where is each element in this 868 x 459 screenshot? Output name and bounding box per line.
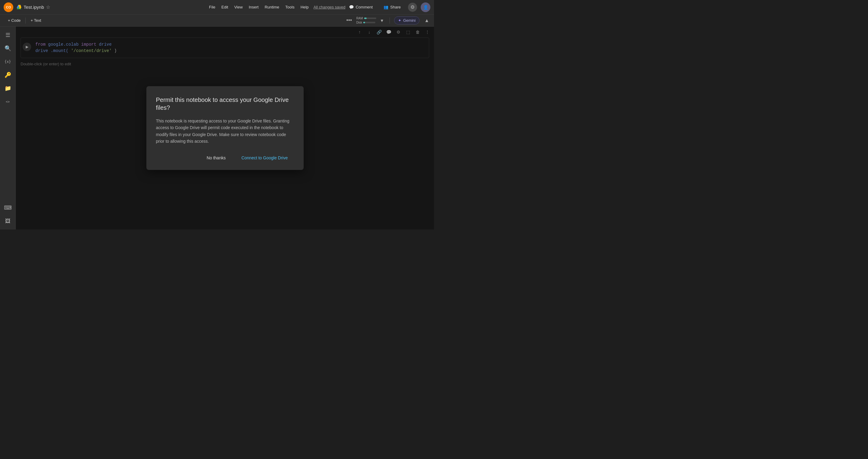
menu-bar: File Edit View Insert Runtime Tools Help…: [207, 4, 345, 10]
no-thanks-button[interactable]: No thanks: [200, 153, 232, 163]
sidebar-item-variables[interactable]: {x}: [2, 56, 14, 68]
all-changes-saved: All changes saved: [313, 5, 345, 9]
main-layout: ☰ 🔍 {x} 🔑 📁 <> ⌨ 🖼 ↑ ↓ 🔗: [0, 27, 434, 230]
menu-file[interactable]: File: [207, 4, 218, 10]
resource-usage: ••• RAM Disk ▼ ✦ Gemini ▲: [344, 16, 429, 25]
toolbar-separator: [25, 18, 26, 24]
vertical-divider: [390, 18, 390, 24]
filename: Test.ipynb: [24, 4, 44, 10]
code-icon: <>: [6, 100, 10, 104]
user-avatar[interactable]: 👤: [421, 2, 430, 12]
search-icon: 🔍: [4, 45, 11, 52]
menu-insert[interactable]: Insert: [246, 4, 261, 10]
add-code-button[interactable]: + Code: [5, 17, 24, 24]
menu-tools[interactable]: Tools: [283, 4, 297, 10]
share-button[interactable]: 👥 Share: [380, 3, 404, 11]
disk-bar-fill: [363, 22, 365, 23]
settings-button[interactable]: ⚙: [408, 3, 417, 12]
modal-title: Permit this notebook to access your Goog…: [156, 96, 294, 112]
menu-edit[interactable]: Edit: [219, 4, 230, 10]
comment-icon: 💬: [349, 5, 354, 9]
menu-runtime[interactable]: Runtime: [262, 4, 282, 10]
key-icon: 🔑: [4, 72, 11, 78]
collapse-panel-icon[interactable]: ▲: [424, 18, 429, 23]
plus-text-label: + Text: [31, 18, 41, 23]
disk-label: Disk: [356, 21, 362, 24]
sidebar-item-toc[interactable]: ☰: [2, 29, 14, 41]
colab-logo: CO: [4, 2, 13, 12]
sidebar-item-search[interactable]: 🔍: [2, 42, 14, 55]
gemini-sparkle-icon: ✦: [398, 18, 401, 23]
menu-view[interactable]: View: [232, 4, 245, 10]
toc-icon: ☰: [5, 32, 10, 38]
gemini-button[interactable]: ✦ Gemini: [394, 16, 420, 25]
modal-actions: No thanks Connect to Google Drive: [156, 153, 294, 163]
avatar-icon: 👤: [423, 5, 428, 10]
ram-bar: [364, 18, 376, 19]
sidebar-item-secrets[interactable]: 🔑: [2, 69, 14, 81]
comment-label: Comment: [356, 5, 373, 9]
output-icon: 🖼: [5, 218, 10, 224]
notebook-content: ↑ ↓ 🔗 💬 ⚙ ⬚ 🗑 ⋮ ▶: [16, 27, 434, 230]
variables-icon: {x}: [4, 60, 11, 64]
gemini-label: Gemini: [403, 18, 415, 23]
menu-help[interactable]: Help: [298, 4, 311, 10]
share-label: Share: [390, 5, 401, 9]
modal-body: This notebook is requesting access to yo…: [156, 118, 294, 145]
comment-button[interactable]: 💬 Comment: [345, 3, 376, 11]
more-options-icon[interactable]: •••: [344, 17, 354, 24]
ram-indicator: RAM Disk: [356, 17, 376, 24]
sidebar-item-output[interactable]: 🖼: [2, 215, 14, 227]
permission-modal: Permit this notebook to access your Goog…: [146, 86, 304, 170]
folder-icon: 📁: [4, 85, 11, 92]
ram-label: RAM: [356, 17, 363, 20]
modal-overlay: Permit this notebook to access your Goog…: [16, 27, 434, 230]
settings-icon: ⚙: [410, 4, 415, 10]
logo-text: CO: [6, 5, 11, 9]
connect-google-drive-button[interactable]: Connect to Google Drive: [235, 153, 294, 163]
sidebar-item-code-snippets[interactable]: <>: [2, 96, 14, 108]
top-right-actions: 💬 Comment 👥 Share ⚙ 👤: [345, 2, 430, 12]
drive-file-icon: [16, 4, 22, 10]
file-info: Test.ipynb ☆: [16, 4, 202, 10]
add-text-button[interactable]: + Text: [28, 17, 44, 24]
sidebar-item-terminal[interactable]: ⌨: [2, 202, 14, 214]
sidebar: ☰ 🔍 {x} 🔑 📁 <> ⌨ 🖼: [0, 27, 16, 230]
terminal-icon: ⌨: [4, 205, 12, 211]
disk-bar: [363, 22, 375, 23]
plus-code-label: + Code: [8, 18, 21, 23]
expand-resources-icon[interactable]: ▼: [379, 18, 385, 24]
top-bar: CO Test.ipynb ☆ File Edit View Insert Ru…: [0, 0, 434, 14]
bookmark-icon[interactable]: ☆: [46, 4, 50, 10]
second-bar: + Code + Text ••• RAM Disk ▼ ✦ Gemini: [0, 14, 434, 27]
sidebar-item-files[interactable]: 📁: [2, 82, 14, 94]
ram-bar-fill: [364, 18, 367, 19]
share-icon: 👥: [383, 5, 388, 9]
